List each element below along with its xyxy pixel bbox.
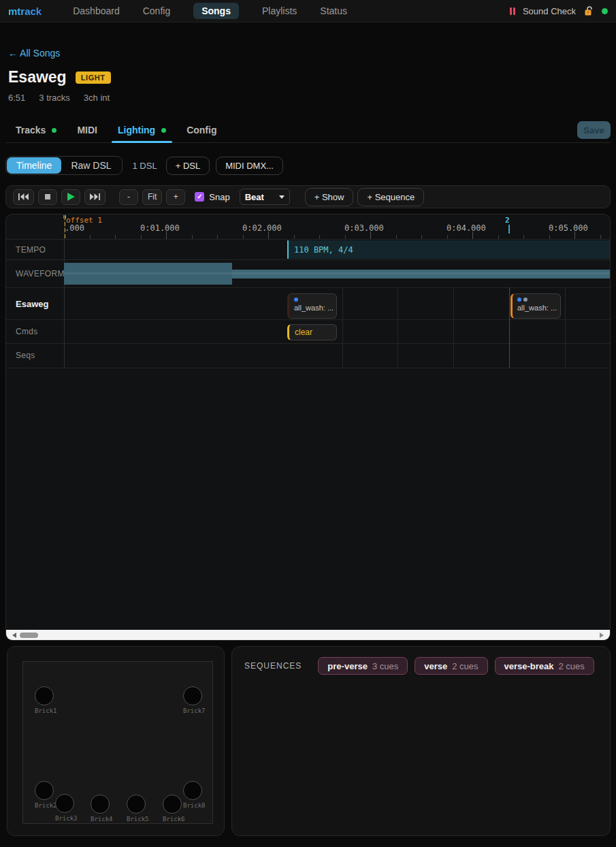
unlock-icon[interactable] [583, 5, 594, 16]
play-button[interactable] [61, 189, 80, 205]
fixture-label: Brick1 [35, 707, 57, 714]
waveform-centerline [64, 272, 610, 274]
snap-grid-value: Beat [245, 192, 264, 202]
row-divider [6, 368, 610, 368]
title-row: Esaweg LIGHT [8, 68, 611, 86]
cue-dot [294, 298, 298, 302]
fixture-light-circle[interactable] [183, 686, 202, 705]
bar-marker-label: 2 [505, 216, 510, 225]
fixture-light-circle[interactable] [91, 795, 110, 814]
fixture-stage: Brick1 Brick7 Brick2 Brick3 Brick4 [22, 661, 213, 824]
cue-block[interactable]: all_wash: ... [510, 293, 561, 319]
tab-label: Tracks [16, 125, 46, 135]
track-label[interactable]: Esaweg [6, 289, 64, 319]
row-divider [6, 259, 610, 260]
add-show-button[interactable]: + Show [305, 188, 354, 206]
tab-status-dot [161, 128, 166, 133]
zoom-in-button[interactable]: + [166, 189, 185, 205]
beat-gridline [398, 287, 398, 368]
sequence-pill[interactable]: pre-verse 3 cues [318, 657, 408, 675]
nav-item[interactable]: Status [320, 3, 347, 19]
timeline-hscrollbar[interactable] [6, 630, 610, 640]
tab[interactable]: MIDI [67, 119, 108, 142]
fixture-light-circle[interactable] [183, 781, 202, 800]
fixture-label: Brick3 [55, 815, 78, 822]
ruler-time-label: 0:01.000 [140, 223, 180, 233]
fixture-light-circle[interactable] [35, 781, 54, 800]
fixture: Brick3 [55, 794, 74, 813]
top-nav: mtrack DashboardConfigSongsPlaylistsStat… [0, 0, 616, 22]
light-badge: LIGHT [76, 71, 111, 84]
sequence-list: pre-verse 3 cues verse 2 cues verse-brea… [318, 657, 594, 675]
cue-block[interactable]: all_wash: ... [287, 293, 337, 319]
sequences-header: SEQUENCES pre-verse 3 cues verse 2 cues … [244, 657, 598, 675]
song-meta: 6:513 tracks3ch int [8, 93, 611, 103]
tab[interactable]: Config [176, 119, 227, 142]
skip-start-button[interactable] [13, 189, 34, 205]
zoom-out-button[interactable]: - [119, 189, 138, 205]
scroll-left-arrow-icon[interactable] [12, 633, 16, 638]
sequences-panel: SEQUENCES pre-verse 3 cues verse 2 cues … [231, 646, 611, 836]
nav-item[interactable]: Playlists [262, 3, 297, 19]
row-divider [6, 319, 610, 320]
ruler-time-label: 0:05.000 [549, 223, 588, 233]
add-sequence-button[interactable]: + Sequence [357, 188, 424, 206]
midi-dmx-button[interactable]: MIDI DMX... [216, 157, 283, 175]
tab-label: MIDI [77, 125, 97, 135]
scroll-right-arrow-icon[interactable] [600, 633, 604, 638]
cue-dots [289, 294, 336, 302]
tab[interactable]: Lighting [108, 119, 176, 142]
transport-toolbar: - Fit + ✓ Snap Beat + Show + Sequence [5, 185, 611, 208]
add-dsl-button[interactable]: + DSL [166, 157, 210, 175]
fixture-light-circle[interactable] [35, 686, 54, 705]
sequence-pill[interactable]: verse-break 2 cues [495, 657, 594, 675]
tab-status-dot [52, 128, 56, 133]
track-label[interactable]: TEMPO [6, 240, 64, 259]
brand-logo[interactable]: mtrack [8, 5, 42, 17]
ruler-time-label: 0:02.000 [242, 223, 282, 233]
cue-dot [523, 298, 528, 302]
nav-item[interactable]: Config [143, 3, 170, 19]
stop-button[interactable] [38, 189, 57, 205]
tab-label: Lighting [118, 125, 155, 135]
tab[interactable]: Tracks [5, 119, 67, 142]
tempo-block[interactable]: 110 BPM, 4/4 [287, 240, 610, 259]
snap-grid-select[interactable]: Beat [240, 189, 290, 205]
save-button[interactable]: Save [577, 121, 611, 139]
sequence-pill[interactable]: verse 2 cues [415, 657, 487, 675]
meta-item: 3 tracks [39, 93, 70, 103]
view-toggle-option[interactable]: Timeline [7, 157, 61, 174]
nav-right: Sound Check [510, 5, 608, 16]
cue-label: all_wash: ... [289, 302, 336, 312]
nav-item[interactable]: Songs [193, 3, 239, 19]
back-link[interactable]: ← All Songs [8, 48, 60, 59]
row-divider [6, 239, 610, 240]
nav-item[interactable]: Dashboard [73, 3, 120, 19]
fixture-label: Brick4 [91, 816, 113, 822]
fixture: Brick6 [163, 795, 182, 814]
cue-block[interactable]: clear [287, 324, 337, 340]
fixture-light-circle[interactable] [55, 794, 74, 813]
timeline-panel: .0000:01.0000:02.0000:03.0000:04.0000:05… [5, 214, 611, 641]
track-label[interactable]: Cmds [6, 319, 64, 343]
fixture-light-circle[interactable] [127, 795, 146, 814]
cue-label: clear [289, 327, 312, 337]
snap-checkbox[interactable]: ✓ [195, 192, 204, 202]
sequence-cue-count: 2 cues [559, 661, 585, 671]
snap-toggle[interactable]: ✓ Snap [195, 192, 229, 202]
track-label[interactable]: Seqs [6, 343, 64, 368]
scroll-thumb[interactable] [20, 633, 38, 638]
tabs-row: Tracks MIDI Lighting Config Save [5, 119, 611, 143]
fixture: Brick1 [35, 686, 54, 705]
ruler-time-label: 0:04.000 [447, 223, 486, 233]
online-status-dot [602, 8, 608, 14]
fixture-light-circle[interactable] [163, 795, 182, 814]
track-label[interactable]: WAVEFORM [6, 259, 64, 287]
fit-button[interactable]: Fit [142, 189, 162, 205]
tab-label: Config [187, 125, 216, 135]
skip-end-button[interactable] [84, 189, 106, 205]
sequence-cue-count: 2 cues [452, 661, 478, 671]
ruler-time-label: .000 [65, 223, 84, 233]
fixture-label: Brick2 [35, 802, 57, 809]
view-toggle-option[interactable]: Raw DSL [61, 157, 120, 174]
